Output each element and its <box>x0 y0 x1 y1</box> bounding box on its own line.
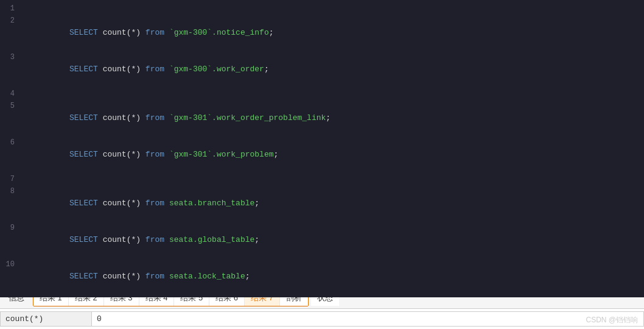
table-ref: `gxm-300`.work_order <box>169 65 264 74</box>
keyword-from: from <box>145 199 164 208</box>
line-number-10: 10 <box>0 258 22 271</box>
code-line-8: 8 SELECT count(*) from seata.branch_tabl… <box>0 185 644 222</box>
keyword-from: from <box>145 28 164 37</box>
table-ref: `gxm-300`.notice_info <box>169 28 269 37</box>
keyword-from: from <box>145 113 164 122</box>
table-ref: seata.global_table <box>169 235 254 244</box>
table-ref: seata.lock_table <box>169 272 245 281</box>
code-line-2: 2 SELECT count(*) from `gxm-300`.notice_… <box>0 15 644 51</box>
keyword-from: from <box>145 150 164 159</box>
line-number-1: 1 <box>0 2 22 15</box>
code-line-6: 6 SELECT count(*) from `gxm-301`.work_pr… <box>0 136 644 173</box>
keyword-select: SELECT <box>69 150 98 159</box>
line-number-7: 7 <box>0 173 22 185</box>
watermark: CSDN @铛铛响 <box>586 315 638 325</box>
code-area: 1 2 SELECT count(*) from `gxm-300`.notic… <box>0 0 644 297</box>
line-content-10: SELECT count(*) from seata.lock_table; <box>22 258 250 295</box>
keyword-select: SELECT <box>69 199 98 208</box>
code-line-5: 5 SELECT count(*) from `gxm-301`.work_or… <box>0 100 644 136</box>
keyword-from: from <box>145 235 164 244</box>
keyword-select: SELECT <box>69 272 98 281</box>
line-number-5: 5 <box>0 100 22 112</box>
result-row-value: 0 <box>92 312 644 327</box>
line-content-9: SELECT count(*) from seata.global_table; <box>22 222 259 258</box>
code-line-4: 4 <box>0 88 644 100</box>
keyword-select: SELECT <box>69 235 98 244</box>
code-line-9: 9 SELECT count(*) from seata.global_tabl… <box>0 222 644 258</box>
code-line-3: 3 SELECT count(*) from `gxm-300`.work_or… <box>0 51 644 88</box>
line-content-3: SELECT count(*) from `gxm-300`.work_orde… <box>22 51 269 88</box>
keyword-select: SELECT <box>69 28 98 37</box>
code-line-7: 7 <box>0 173 644 185</box>
line-content-6: SELECT count(*) from `gxm-301`.work_prob… <box>22 136 278 173</box>
result-table: count(*) count(*) 0 <box>0 311 644 327</box>
line-number-6: 6 <box>0 136 22 149</box>
result-row-label: count(*) <box>1 312 92 327</box>
main-container: 1 2 SELECT count(*) from `gxm-300`.notic… <box>0 0 644 329</box>
code-line-10: 10 SELECT count(*) from seata.lock_table… <box>0 258 644 295</box>
keyword-select: SELECT <box>69 113 98 122</box>
table-row: count(*) 0 <box>1 312 644 327</box>
line-number-4: 4 <box>0 88 22 100</box>
code-editor: 1 2 SELECT count(*) from `gxm-300`.notic… <box>0 0 644 144</box>
table-ref: seata.branch_table <box>169 199 254 208</box>
table-ref: `gxm-301`.work_problem <box>169 150 274 159</box>
keyword-from: from <box>145 272 164 281</box>
line-number-8: 8 <box>0 185 22 197</box>
result-table-area: count(*) count(*) 0 <box>0 309 644 329</box>
keyword-select: SELECT <box>69 65 98 74</box>
line-number-9: 9 <box>0 222 22 234</box>
line-content-8: SELECT count(*) from seata.branch_table; <box>22 185 259 222</box>
keyword-from: from <box>145 65 164 74</box>
code-line-1: 1 <box>0 2 644 15</box>
line-content-5: SELECT count(*) from `gxm-301`.work_orde… <box>22 100 331 136</box>
line-content-2: SELECT count(*) from `gxm-300`.notice_in… <box>22 15 274 51</box>
line-number-3: 3 <box>0 51 22 63</box>
line-number-2: 2 <box>0 15 22 27</box>
table-ref: `gxm-301`.work_order_problem_link <box>169 113 326 122</box>
